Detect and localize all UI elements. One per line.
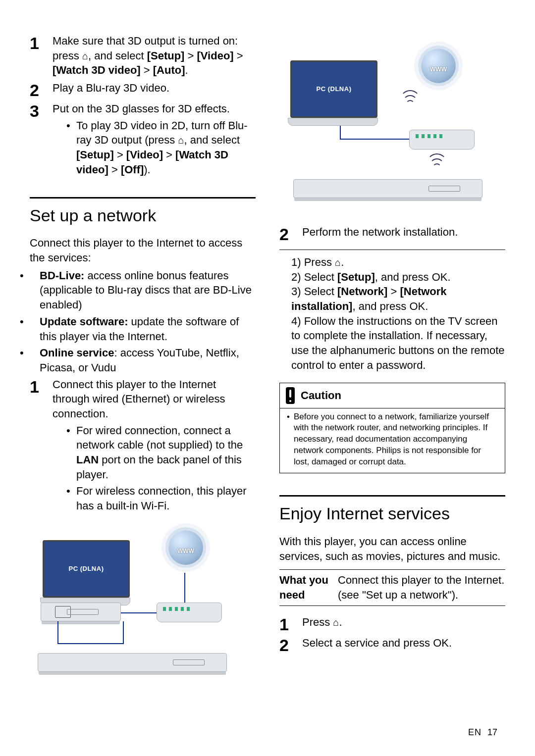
network-services-list: BD-Live: access online bonus features (a… xyxy=(30,268,256,375)
wifi-icon xyxy=(399,89,419,109)
caution-icon xyxy=(286,387,295,404)
laptop-icon: PC (DLNA) xyxy=(290,60,374,126)
need-left: What you need xyxy=(279,573,338,602)
step-number: 2 xyxy=(279,225,302,243)
what-you-need-row: What you need Connect this player to the… xyxy=(279,569,505,605)
router-icon xyxy=(157,603,222,622)
cable xyxy=(57,643,123,644)
list-item: Update software: update the software of … xyxy=(30,314,256,344)
section-rule xyxy=(279,495,505,497)
step-text: Put on the 3D glasses for 3D effects. To… xyxy=(53,101,256,179)
wireless-diagram: WWW PC (DLNA) xyxy=(279,47,505,205)
sub-bullet: For wireless connection, this player has… xyxy=(66,484,256,513)
cable xyxy=(184,573,185,603)
caution-text: Before you connect to a network, familia… xyxy=(287,411,498,468)
network-install-steps: 1) Press . 2) Select [Setup], and press … xyxy=(279,255,505,373)
step-number: 3 xyxy=(30,101,53,119)
enjoy-heading: Enjoy Internet services xyxy=(279,503,505,525)
player-rear-icon xyxy=(41,603,121,621)
wired-diagram: WWW PC (DLNA) xyxy=(30,528,256,677)
network-heading: Set up a network xyxy=(30,204,256,227)
step-text: Select a service and press OK. xyxy=(302,636,505,651)
network-intro: Connect this player to the Internet to a… xyxy=(30,236,256,265)
cable xyxy=(340,126,341,140)
caution-title: Caution xyxy=(301,388,341,403)
player-front-icon xyxy=(293,179,482,198)
cable xyxy=(123,621,124,644)
footer-lang: EN xyxy=(468,727,482,737)
cable xyxy=(340,139,409,140)
step-number: 1 xyxy=(279,615,302,633)
list-item: BD-Live: access online bonus features (a… xyxy=(30,268,256,312)
sub-bullet: To play 3D video in 2D, turn off Blu-ray… xyxy=(66,118,256,177)
cable xyxy=(57,621,58,644)
step-number: 2 xyxy=(279,636,302,654)
player-front-icon xyxy=(38,653,227,672)
sub-bullet: For wired connection, connect a network … xyxy=(66,423,256,482)
step-number: 2 xyxy=(30,81,53,99)
step-text: Connect this player to the Internet thro… xyxy=(53,377,256,515)
section-rule xyxy=(30,197,256,199)
list-item: Online service: access YouTube, Netflix,… xyxy=(30,346,256,375)
page-footer: EN17 xyxy=(468,726,497,738)
step-text: Play a Blu-ray 3D video. xyxy=(53,81,256,96)
laptop-screen-label: PC (DLNA) xyxy=(43,540,130,598)
laptop-icon: PC (DLNA) xyxy=(43,540,127,605)
caution-box: Caution Before you connect to a network,… xyxy=(279,383,505,474)
sub-rule xyxy=(279,250,505,250)
threeD-steps: 1 Make sure that 3D output is turned on:… xyxy=(30,34,256,179)
enjoy-steps: 1 Press . 2 Select a service and press O… xyxy=(279,615,505,654)
step-text: Press . xyxy=(302,615,505,630)
step-text: Make sure that 3D output is turned on: p… xyxy=(53,34,256,78)
globe-icon: WWW xyxy=(421,49,456,83)
step-text: Perform the network installation. xyxy=(302,225,505,240)
router-icon xyxy=(409,130,475,150)
wifi-icon xyxy=(426,152,446,172)
enjoy-intro: With this player, you can access online … xyxy=(279,534,505,563)
need-right: Connect this player to the Internet. (se… xyxy=(338,573,505,602)
step-number: 1 xyxy=(30,377,53,395)
network-step1: 1 Connect this player to the Internet th… xyxy=(30,377,256,515)
globe-icon: WWW xyxy=(168,530,203,565)
step-number: 1 xyxy=(30,34,53,51)
laptop-screen-label: PC (DLNA) xyxy=(290,60,377,118)
footer-page: 17 xyxy=(487,727,497,737)
network-step2: 2 Perform the network installation. xyxy=(279,225,505,243)
